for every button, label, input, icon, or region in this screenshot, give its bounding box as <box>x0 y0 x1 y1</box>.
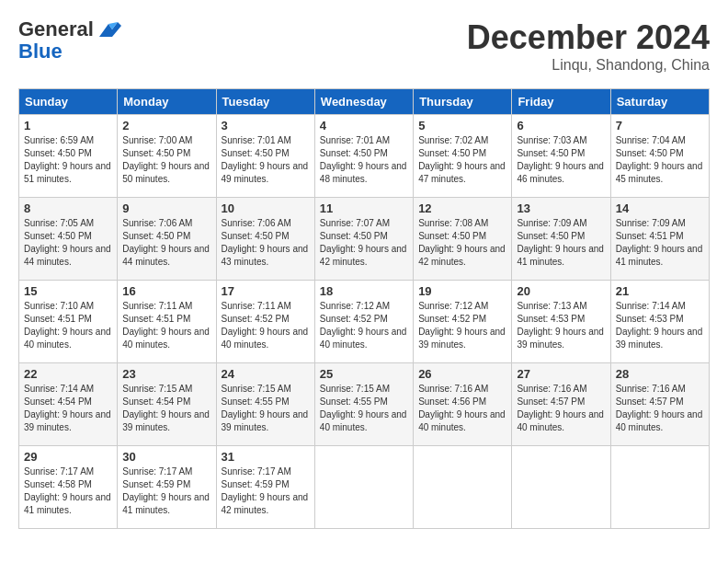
day-info: Sunrise: 7:16 AMSunset: 4:56 PMDaylight:… <box>418 383 506 434</box>
calendar-cell: 3Sunrise: 7:01 AMSunset: 4:50 PMDaylight… <box>216 115 314 198</box>
day-number: 25 <box>320 367 408 381</box>
sunset-label: Sunset: 4:51 PM <box>24 314 92 324</box>
calendar-cell: 2Sunrise: 7:00 AMSunset: 4:50 PMDaylight… <box>118 115 216 198</box>
daylight-label: Daylight: 9 hours and 44 minutes. <box>122 244 210 267</box>
sunrise-label: Sunrise: 7:09 AM <box>517 218 586 228</box>
calendar-cell: 17Sunrise: 7:11 AMSunset: 4:52 PMDayligh… <box>216 281 314 363</box>
daylight-label: Daylight: 9 hours and 39 minutes. <box>222 409 309 432</box>
day-info: Sunrise: 7:06 AMSunset: 4:50 PMDaylight:… <box>222 217 310 269</box>
day-number: 22 <box>24 367 112 381</box>
calendar-cell: 22Sunrise: 7:14 AMSunset: 4:54 PMDayligh… <box>19 363 118 446</box>
calendar-cell: 19Sunrise: 7:12 AMSunset: 4:52 PMDayligh… <box>414 281 512 363</box>
sunrise-label: Sunrise: 7:08 AM <box>418 218 488 228</box>
day-number: 27 <box>517 367 605 381</box>
daylight-label: Daylight: 9 hours and 40 minutes. <box>418 409 506 432</box>
sunset-label: Sunset: 4:51 PM <box>616 231 684 241</box>
day-info: Sunrise: 7:08 AMSunset: 4:50 PMDaylight:… <box>418 217 506 269</box>
day-number: 3 <box>222 119 310 132</box>
daylight-label: Daylight: 9 hours and 41 minutes. <box>122 492 210 515</box>
daylight-label: Daylight: 9 hours and 39 minutes. <box>418 327 506 350</box>
calendar-cell: 5Sunrise: 7:02 AMSunset: 4:50 PMDaylight… <box>414 115 512 198</box>
calendar-cell: 23Sunrise: 7:15 AMSunset: 4:54 PMDayligh… <box>118 363 216 446</box>
day-info: Sunrise: 7:05 AMSunset: 4:50 PMDaylight:… <box>24 217 112 269</box>
daylight-label: Daylight: 9 hours and 44 minutes. <box>24 244 111 267</box>
day-info: Sunrise: 7:01 AMSunset: 4:50 PMDaylight:… <box>320 134 408 186</box>
day-number: 21 <box>616 284 704 298</box>
location-title: Linqu, Shandong, China <box>467 57 710 74</box>
calendar-cell: 13Sunrise: 7:09 AMSunset: 4:50 PMDayligh… <box>512 198 610 281</box>
day-info: Sunrise: 7:11 AMSunset: 4:51 PMDaylight:… <box>122 300 210 351</box>
sunset-label: Sunset: 4:52 PM <box>320 314 388 324</box>
logo-blue-text: Blue <box>18 40 63 63</box>
day-info: Sunrise: 7:14 AMSunset: 4:54 PMDaylight:… <box>24 383 112 434</box>
sunset-label: Sunset: 4:52 PM <box>222 314 290 324</box>
sunrise-label: Sunrise: 7:06 AM <box>122 218 192 228</box>
sunrise-label: Sunrise: 7:16 AM <box>517 384 586 394</box>
weekday-header-wednesday: Wednesday <box>314 89 413 115</box>
sunrise-label: Sunrise: 7:00 AM <box>122 135 192 145</box>
day-info: Sunrise: 7:04 AMSunset: 4:50 PMDaylight:… <box>616 134 704 186</box>
day-number: 15 <box>24 284 112 298</box>
daylight-label: Daylight: 9 hours and 41 minutes. <box>517 244 604 267</box>
day-info: Sunrise: 7:13 AMSunset: 4:53 PMDaylight:… <box>517 300 605 351</box>
sunrise-label: Sunrise: 7:03 AM <box>517 135 586 145</box>
day-number: 8 <box>24 201 112 215</box>
sunset-label: Sunset: 4:50 PM <box>616 148 684 158</box>
calendar-cell: 26Sunrise: 7:16 AMSunset: 4:56 PMDayligh… <box>414 363 512 446</box>
calendar-cell: 4Sunrise: 7:01 AMSunset: 4:50 PMDaylight… <box>314 115 413 198</box>
day-number: 23 <box>122 367 210 381</box>
logo-general-text: General <box>18 18 94 40</box>
daylight-label: Daylight: 9 hours and 41 minutes. <box>616 244 703 267</box>
day-info: Sunrise: 7:17 AMSunset: 4:58 PMDaylight:… <box>24 465 112 517</box>
day-number: 9 <box>122 201 210 215</box>
daylight-label: Daylight: 9 hours and 40 minutes. <box>320 327 407 350</box>
daylight-label: Daylight: 9 hours and 47 minutes. <box>418 161 506 184</box>
sunrise-label: Sunrise: 7:17 AM <box>24 466 94 477</box>
sunset-label: Sunset: 4:57 PM <box>616 396 684 407</box>
day-info: Sunrise: 7:00 AMSunset: 4:50 PMDaylight:… <box>122 134 210 186</box>
week-row-1: 1Sunrise: 6:59 AMSunset: 4:50 PMDaylight… <box>19 115 710 198</box>
sunset-label: Sunset: 4:50 PM <box>320 231 388 241</box>
day-info: Sunrise: 7:10 AMSunset: 4:51 PMDaylight:… <box>24 300 112 351</box>
sunrise-label: Sunrise: 7:15 AM <box>122 384 192 394</box>
calendar-cell: 10Sunrise: 7:06 AMSunset: 4:50 PMDayligh… <box>216 198 314 281</box>
day-info: Sunrise: 7:14 AMSunset: 4:53 PMDaylight:… <box>616 300 704 351</box>
calendar-cell: 20Sunrise: 7:13 AMSunset: 4:53 PMDayligh… <box>512 281 610 363</box>
day-number: 4 <box>320 119 408 132</box>
month-title: December 2024 <box>467 18 710 57</box>
sunset-label: Sunset: 4:53 PM <box>616 314 684 324</box>
daylight-label: Daylight: 9 hours and 40 minutes. <box>616 409 703 432</box>
sunrise-label: Sunrise: 7:16 AM <box>418 384 488 394</box>
day-info: Sunrise: 7:12 AMSunset: 4:52 PMDaylight:… <box>320 300 408 351</box>
sunset-label: Sunset: 4:59 PM <box>222 479 290 489</box>
logo-bird-icon <box>96 18 123 40</box>
sunset-label: Sunset: 4:50 PM <box>222 231 290 241</box>
sunrise-label: Sunrise: 7:04 AM <box>616 135 686 145</box>
day-number: 29 <box>24 450 112 464</box>
day-info: Sunrise: 6:59 AMSunset: 4:50 PMDaylight:… <box>24 134 112 186</box>
calendar-cell: 8Sunrise: 7:05 AMSunset: 4:50 PMDaylight… <box>19 198 118 281</box>
sunrise-label: Sunrise: 7:07 AM <box>320 218 390 228</box>
sunrise-label: Sunrise: 7:14 AM <box>616 301 686 311</box>
sunrise-label: Sunrise: 7:17 AM <box>222 466 291 477</box>
sunrise-label: Sunrise: 7:14 AM <box>24 384 94 394</box>
daylight-label: Daylight: 9 hours and 42 minutes. <box>418 244 506 267</box>
day-number: 16 <box>122 284 210 298</box>
day-info: Sunrise: 7:09 AMSunset: 4:51 PMDaylight:… <box>616 217 704 269</box>
daylight-label: Daylight: 9 hours and 40 minutes. <box>222 327 309 350</box>
day-info: Sunrise: 7:07 AMSunset: 4:50 PMDaylight:… <box>320 217 408 269</box>
weekday-header-row: SundayMondayTuesdayWednesdayThursdayFrid… <box>19 89 710 115</box>
sunset-label: Sunset: 4:53 PM <box>517 314 585 324</box>
weekday-header-sunday: Sunday <box>19 89 118 115</box>
sunset-label: Sunset: 4:58 PM <box>24 479 92 489</box>
calendar-cell: 21Sunrise: 7:14 AMSunset: 4:53 PMDayligh… <box>610 281 709 363</box>
sunset-label: Sunset: 4:54 PM <box>24 396 92 407</box>
weekday-header-monday: Monday <box>118 89 216 115</box>
day-info: Sunrise: 7:16 AMSunset: 4:57 PMDaylight:… <box>517 383 605 434</box>
calendar-cell: 1Sunrise: 6:59 AMSunset: 4:50 PMDaylight… <box>19 115 118 198</box>
week-row-3: 15Sunrise: 7:10 AMSunset: 4:51 PMDayligh… <box>19 281 710 363</box>
sunset-label: Sunset: 4:50 PM <box>320 148 388 158</box>
sunset-label: Sunset: 4:50 PM <box>517 231 585 241</box>
day-info: Sunrise: 7:12 AMSunset: 4:52 PMDaylight:… <box>418 300 506 351</box>
sunrise-label: Sunrise: 7:13 AM <box>517 301 586 311</box>
